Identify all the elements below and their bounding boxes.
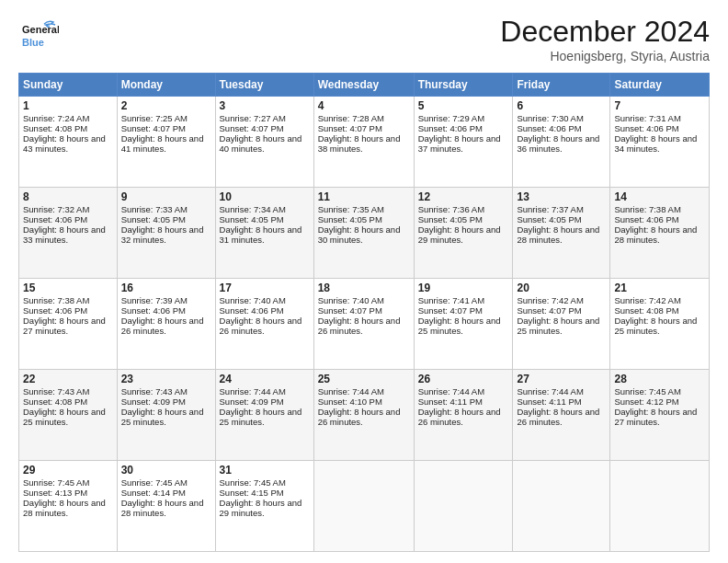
sunrise: Sunrise: 7:27 AM — [220, 113, 286, 123]
day-number: 21 — [614, 282, 705, 294]
sunset: Sunset: 4:08 PM — [614, 305, 678, 316]
svg-text:Blue: Blue — [22, 37, 44, 48]
calendar-cell — [414, 461, 513, 552]
weekday-header: Saturday — [610, 74, 710, 97]
day-number: 26 — [418, 373, 509, 385]
day-number: 18 — [318, 282, 410, 294]
daylight: Daylight: 8 hours and 30 minutes. — [318, 224, 401, 245]
sunrise: Sunrise: 7:45 AM — [23, 477, 89, 488]
day-number: 6 — [517, 99, 606, 112]
daylight: Daylight: 8 hours and 31 minutes. — [220, 224, 302, 245]
calendar-cell: 2Sunrise: 7:25 AMSunset: 4:07 PMDaylight… — [117, 97, 215, 188]
sunset: Sunset: 4:07 PM — [121, 123, 186, 133]
daylight: Daylight: 8 hours and 25 minutes. — [220, 407, 302, 427]
daylight: Daylight: 8 hours and 36 minutes. — [517, 133, 599, 154]
sunrise: Sunrise: 7:40 AM — [220, 295, 286, 305]
calendar-cell: 15Sunrise: 7:38 AMSunset: 4:06 PMDayligh… — [19, 279, 118, 370]
sunset: Sunset: 4:09 PM — [121, 396, 186, 407]
day-number: 27 — [517, 373, 606, 385]
sunset: Sunset: 4:06 PM — [220, 305, 284, 316]
calendar-cell: 25Sunrise: 7:44 AMSunset: 4:10 PMDayligh… — [313, 370, 414, 461]
calendar-cell: 1Sunrise: 7:24 AMSunset: 4:08 PMDaylight… — [19, 97, 118, 188]
sunrise: Sunrise: 7:40 AM — [318, 295, 384, 305]
sunrise: Sunrise: 7:42 AM — [614, 295, 680, 305]
day-number: 16 — [121, 282, 211, 294]
sunrise: Sunrise: 7:45 AM — [220, 477, 286, 488]
logo: General Blue — [18, 15, 61, 55]
daylight: Daylight: 8 hours and 32 minutes. — [121, 224, 204, 245]
sunrise: Sunrise: 7:30 AM — [517, 113, 583, 123]
calendar-cell: 13Sunrise: 7:37 AMSunset: 4:05 PMDayligh… — [513, 188, 610, 279]
location: Hoenigsberg, Styria, Austria — [500, 49, 710, 63]
sunrise: Sunrise: 7:32 AM — [23, 204, 89, 214]
day-number: 11 — [318, 190, 410, 203]
day-number: 31 — [220, 464, 310, 477]
daylight: Daylight: 8 hours and 28 minutes. — [121, 498, 204, 518]
daylight: Daylight: 8 hours and 26 minutes. — [220, 316, 302, 336]
sunrise: Sunrise: 7:43 AM — [23, 386, 89, 396]
calendar-cell: 18Sunrise: 7:40 AMSunset: 4:07 PMDayligh… — [313, 279, 414, 370]
sunrise: Sunrise: 7:28 AM — [318, 113, 384, 123]
sunrise: Sunrise: 7:38 AM — [23, 295, 89, 305]
weekday-header: Friday — [513, 74, 610, 97]
day-number: 17 — [220, 282, 310, 294]
month-title: December 2024 — [500, 15, 710, 49]
sunset: Sunset: 4:10 PM — [318, 396, 382, 407]
sunset: Sunset: 4:06 PM — [517, 123, 581, 133]
sunset: Sunset: 4:06 PM — [121, 305, 186, 316]
day-number: 9 — [121, 190, 211, 203]
day-number: 20 — [517, 282, 606, 294]
day-number: 28 — [614, 373, 705, 385]
calendar-cell: 14Sunrise: 7:38 AMSunset: 4:06 PMDayligh… — [610, 188, 710, 279]
calendar-cell — [610, 461, 710, 552]
sunset: Sunset: 4:14 PM — [121, 488, 186, 498]
sunset: Sunset: 4:06 PM — [614, 214, 678, 224]
calendar-cell: 10Sunrise: 7:34 AMSunset: 4:05 PMDayligh… — [215, 188, 313, 279]
sunrise: Sunrise: 7:42 AM — [517, 295, 583, 305]
calendar-cell: 16Sunrise: 7:39 AMSunset: 4:06 PMDayligh… — [117, 279, 215, 370]
daylight: Daylight: 8 hours and 28 minutes. — [23, 498, 106, 518]
weekday-header: Wednesday — [313, 74, 414, 97]
calendar-cell: 27Sunrise: 7:44 AMSunset: 4:11 PMDayligh… — [513, 370, 610, 461]
sunrise: Sunrise: 7:35 AM — [318, 204, 384, 214]
daylight: Daylight: 8 hours and 37 minutes. — [418, 133, 501, 154]
daylight: Daylight: 8 hours and 38 minutes. — [318, 133, 401, 154]
daylight: Daylight: 8 hours and 28 minutes. — [517, 224, 599, 245]
weekday-header: Thursday — [414, 74, 513, 97]
sunset: Sunset: 4:05 PM — [121, 214, 186, 224]
page: General Blue December 2024 Hoenigsberg, … — [0, 0, 728, 563]
sunrise: Sunrise: 7:39 AM — [121, 295, 188, 305]
sunset: Sunset: 4:11 PM — [418, 396, 483, 407]
daylight: Daylight: 8 hours and 25 minutes. — [517, 316, 599, 336]
calendar-cell: 8Sunrise: 7:32 AMSunset: 4:06 PMDaylight… — [19, 188, 118, 279]
calendar-cell: 4Sunrise: 7:28 AMSunset: 4:07 PMDaylight… — [313, 97, 414, 188]
sunset: Sunset: 4:08 PM — [23, 396, 87, 407]
sunset: Sunset: 4:07 PM — [220, 123, 284, 133]
daylight: Daylight: 8 hours and 40 minutes. — [220, 133, 302, 154]
sunset: Sunset: 4:07 PM — [318, 305, 382, 316]
daylight: Daylight: 8 hours and 29 minutes. — [418, 224, 501, 245]
day-number: 12 — [418, 190, 509, 203]
sunrise: Sunrise: 7:29 AM — [418, 113, 484, 123]
calendar-cell: 9Sunrise: 7:33 AMSunset: 4:05 PMDaylight… — [117, 188, 215, 279]
sunset: Sunset: 4:09 PM — [220, 396, 284, 407]
weekday-header: Sunday — [19, 74, 118, 97]
sunset: Sunset: 4:07 PM — [318, 123, 382, 133]
logo-icon: General Blue — [18, 15, 59, 55]
day-number: 29 — [23, 464, 113, 477]
sunset: Sunset: 4:13 PM — [23, 488, 87, 498]
sunrise: Sunrise: 7:44 AM — [220, 386, 286, 396]
day-number: 10 — [220, 190, 310, 203]
sunrise: Sunrise: 7:45 AM — [614, 386, 680, 396]
day-number: 7 — [614, 99, 705, 112]
sunset: Sunset: 4:07 PM — [517, 305, 581, 316]
sunrise: Sunrise: 7:25 AM — [121, 113, 188, 123]
day-number: 15 — [23, 282, 113, 294]
daylight: Daylight: 8 hours and 26 minutes. — [318, 407, 401, 427]
day-number: 13 — [517, 190, 606, 203]
calendar-cell: 7Sunrise: 7:31 AMSunset: 4:06 PMDaylight… — [610, 97, 710, 188]
daylight: Daylight: 8 hours and 28 minutes. — [614, 224, 697, 245]
sunset: Sunset: 4:08 PM — [23, 123, 87, 133]
daylight: Daylight: 8 hours and 25 minutes. — [418, 316, 501, 336]
daylight: Daylight: 8 hours and 41 minutes. — [121, 133, 204, 154]
